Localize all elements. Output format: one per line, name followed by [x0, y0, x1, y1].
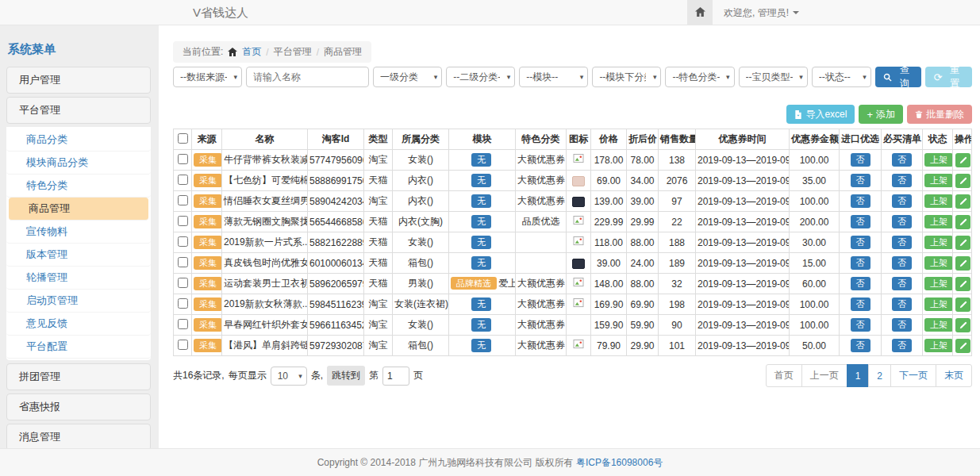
product-name: 2019新款一片式系...: [224, 236, 308, 248]
import-excel-button[interactable]: 导入excel: [786, 105, 855, 124]
sidebar-item[interactable]: 模块商品分类: [6, 152, 151, 175]
taoke-id: 565446685867: [309, 217, 364, 228]
home-button[interactable]: [687, 0, 713, 25]
col-price: 价格: [591, 129, 627, 150]
imported-badge: 否: [851, 277, 870, 290]
category-cell: 女装(): [408, 154, 433, 165]
pagination-button[interactable]: 上一页: [801, 364, 847, 387]
import-excel-label: 导入excel: [805, 108, 847, 121]
page-prefix: 第: [369, 369, 379, 382]
table-row: 采集 牛仔背带裤女秋装减龄... 577479560965 淘宝 女装() 无 …: [174, 150, 972, 171]
sidebar-item[interactable]: 版本管理: [6, 244, 151, 267]
edit-button[interactable]: [955, 174, 970, 188]
type-cell: 天猫: [369, 175, 388, 186]
row-checkbox[interactable]: [178, 195, 188, 205]
sidebar-section[interactable]: 消息管理: [6, 424, 151, 451]
pagination-button[interactable]: 2: [868, 364, 891, 387]
sales-cell: 101: [669, 340, 685, 351]
coupon-time-cell: 2019-09-13—2019-09-19: [698, 237, 790, 248]
sidebar-item[interactable]: 意见反馈: [6, 313, 151, 336]
app-title: V省钱达人: [193, 6, 248, 21]
user-menu[interactable]: 欢迎您, 管理员!: [724, 6, 799, 20]
reset-button[interactable]: ⟳ 重置: [925, 67, 972, 87]
sidebar-item[interactable]: 轮播管理: [6, 267, 151, 290]
edit-button[interactable]: [955, 277, 970, 291]
row-checkbox[interactable]: [178, 216, 188, 226]
taoke-id: 598451162391: [309, 299, 364, 310]
category-cell: 男装(): [408, 278, 433, 289]
must-buy-badge: 否: [892, 339, 912, 351]
feature-cell: 大额优惠券: [517, 175, 565, 186]
pagination-button[interactable]: 首页: [766, 364, 802, 387]
row-checkbox[interactable]: [178, 175, 188, 185]
status-badge: 上架: [924, 194, 953, 207]
sidebar-section[interactable]: 省惠快报: [6, 393, 151, 420]
price-cell: 159.90: [594, 320, 624, 331]
sidebar-item[interactable]: 启动页管理: [6, 290, 151, 313]
edit-button[interactable]: [955, 236, 970, 250]
row-checkbox[interactable]: [178, 236, 188, 247]
row-checkbox[interactable]: [178, 340, 188, 350]
coupon-amount-cell: 35.00: [802, 175, 826, 186]
icp-link[interactable]: 粤ICP备16098006号: [576, 456, 663, 470]
category-cell: 箱包(): [408, 257, 433, 268]
status-select[interactable]: --状态--: [812, 67, 871, 87]
col-must-buy: 必买清单: [882, 129, 923, 150]
batch-delete-button[interactable]: 批量删除: [907, 105, 972, 124]
pagination-button[interactable]: 1: [847, 364, 870, 387]
row-checkbox[interactable]: [178, 257, 188, 267]
edit-button[interactable]: [955, 339, 970, 353]
data-source-select[interactable]: --数据来源--: [173, 67, 242, 87]
edit-button[interactable]: [955, 256, 970, 271]
type-cell: 淘宝: [369, 340, 388, 351]
module-subcategory-select[interactable]: --模块下分类--: [592, 67, 661, 87]
level1-category-select[interactable]: 一级分类: [373, 67, 442, 87]
sidebar-item[interactable]: 商品管理: [9, 198, 148, 221]
breadcrumb-home-link[interactable]: 首页: [242, 45, 261, 59]
must-buy-badge: 否: [892, 277, 912, 290]
imported-badge: 否: [851, 318, 870, 331]
module-text: 爱上运动: [498, 278, 516, 289]
breadcrumb-label: 当前位置:: [183, 45, 223, 59]
taoke-id: 588869917501: [309, 175, 364, 186]
product-icon-cell: [567, 294, 591, 315]
row-checkbox[interactable]: [178, 298, 188, 309]
edit-button[interactable]: [955, 215, 970, 229]
search-button[interactable]: 查询: [875, 67, 922, 87]
module-select[interactable]: --模块--: [519, 67, 588, 87]
sidebar-item[interactable]: 平台配置: [6, 336, 151, 359]
level2-category-select[interactable]: --二级分类--: [446, 67, 515, 87]
sidebar-item[interactable]: 商品分类: [6, 129, 151, 152]
row-checkbox[interactable]: [178, 154, 188, 164]
feature-cell: 大额优惠券: [517, 319, 565, 330]
feature-category-select[interactable]: --特色分类--: [665, 67, 734, 87]
sidebar-title: 系统菜单: [6, 36, 151, 67]
pagination-button[interactable]: 末页: [936, 364, 972, 387]
sidebar-section[interactable]: 平台管理: [6, 97, 151, 124]
sidebar-item[interactable]: 宣传物料: [6, 221, 151, 244]
taoke-id: 597293020870: [309, 340, 364, 351]
edit-button[interactable]: [955, 318, 970, 332]
edit-button[interactable]: [955, 298, 970, 312]
row-checkbox[interactable]: [178, 319, 188, 329]
sidebar-item[interactable]: 特色分类: [6, 175, 151, 198]
price-cell: 79.90: [597, 340, 621, 351]
jump-button[interactable]: 跳转到: [327, 366, 365, 386]
source-badge: 采集: [194, 174, 222, 186]
edit-button[interactable]: [955, 153, 970, 167]
per-page-select[interactable]: 10: [271, 367, 307, 386]
page-number-input[interactable]: [382, 367, 409, 386]
row-checkbox[interactable]: [178, 278, 188, 288]
pagination-button[interactable]: 下一页: [890, 364, 936, 387]
select-all-checkbox[interactable]: [178, 133, 188, 144]
module-badge: 无: [471, 194, 491, 207]
discount-cell: 88.00: [630, 278, 654, 290]
col-taoke-id: 淘客Id: [308, 129, 364, 150]
add-button[interactable]: + 添加: [859, 105, 903, 124]
name-search-input[interactable]: [246, 67, 369, 87]
edit-button[interactable]: [955, 194, 970, 209]
taoke-id: 588216228899: [309, 237, 364, 248]
item-type-select[interactable]: --宝贝类型--: [739, 67, 808, 87]
sidebar-section[interactable]: 用户管理: [6, 67, 151, 94]
sidebar-section[interactable]: 拼团管理: [6, 363, 151, 390]
